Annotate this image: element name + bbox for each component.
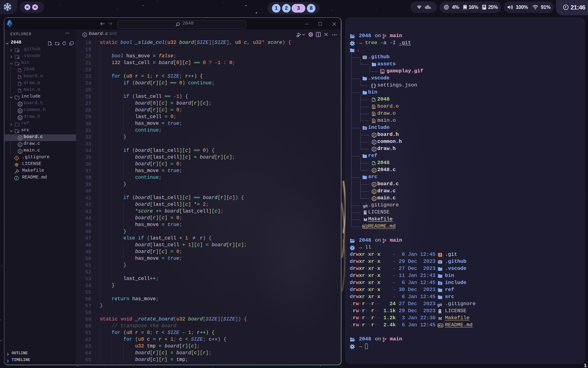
svg-text:C: C <box>84 33 86 36</box>
svg-text:C: C <box>19 116 21 119</box>
svg-text:C: C <box>19 136 21 140</box>
svg-text:C: C <box>19 109 21 113</box>
svg-text:C: C <box>19 143 21 146</box>
svg-text:C: C <box>19 150 21 153</box>
svg-text:git: git <box>437 303 442 307</box>
svg-text:C: C <box>19 102 21 106</box>
svg-text:{)}: {)} <box>17 131 19 133</box>
svg-text:M: M <box>438 316 442 321</box>
